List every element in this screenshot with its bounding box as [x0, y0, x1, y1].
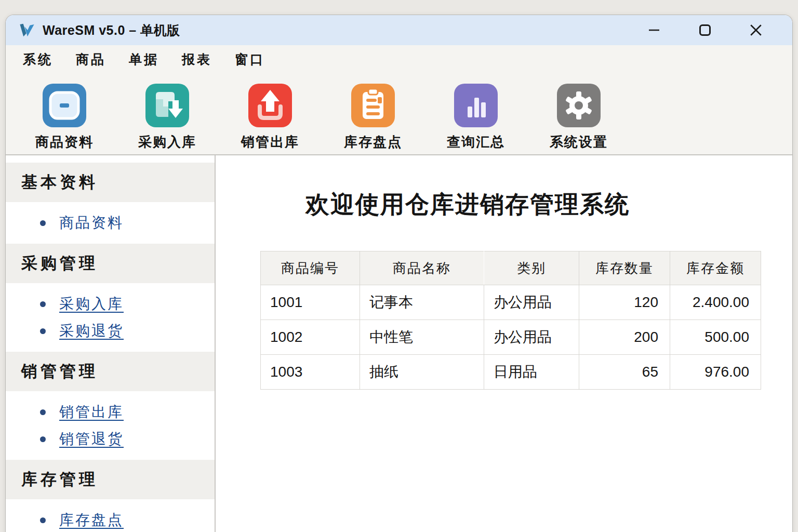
- sidebar-item-label: 库存盘点: [59, 510, 124, 530]
- maximize-button[interactable]: [695, 21, 715, 39]
- table-row: 1001 记事本 办公用品 120 2.400.00: [261, 285, 761, 320]
- sidebar-item-product-data[interactable]: 商品资料: [6, 209, 215, 236]
- window-title: WareSM v5.0 – 单机版: [43, 22, 180, 39]
- sidebar-group: 库存盘点: [6, 499, 215, 532]
- sidebar-section-sales: 销管管理: [6, 352, 215, 391]
- toolbar-label: 库存盘点: [344, 133, 402, 151]
- toolbar-product-data[interactable]: 商品资料: [20, 73, 109, 151]
- column-header-stock-qty: 库存数量: [579, 251, 670, 285]
- app-window: WareSM v5.0 – 单机版: [5, 15, 793, 532]
- toolbar-label: 采购入库: [138, 133, 196, 151]
- product-card-icon: [43, 84, 86, 127]
- bullet-icon: [40, 301, 46, 307]
- minimize-button[interactable]: [644, 21, 664, 39]
- cell-product-id: 1003: [261, 355, 360, 390]
- cell-stock-qty: 120: [579, 285, 670, 320]
- menu-bar: 系统 商品 单据 报表 窗口: [6, 45, 792, 73]
- sidebar-group: 采购入库 采购退货: [6, 283, 215, 352]
- toolbar-label: 查询汇总: [447, 133, 505, 151]
- upload-tray-icon: [248, 84, 292, 127]
- cell-product-name: 记事本: [360, 285, 484, 320]
- sidebar-item-sales-return[interactable]: 销管退货: [6, 425, 215, 453]
- cell-category: 办公用品: [484, 320, 579, 355]
- sidebar-item-label: 商品资料: [59, 213, 124, 233]
- sidebar-section-basic-data: 基本资料: [6, 163, 215, 202]
- main-panel: 欢迎使用仓库进销存管理系统 商品编号 商品名称 类别 库存数量 库存金额: [216, 155, 792, 532]
- window-controls: [644, 21, 792, 39]
- bullet-icon: [40, 220, 46, 226]
- cell-product-name: 抽纸: [360, 355, 484, 390]
- table-header-row: 商品编号 商品名称 类别 库存数量 库存金额: [261, 251, 761, 285]
- toolbar-system-settings[interactable]: 系统设置: [535, 73, 623, 151]
- sidebar: 基本资料 商品资料 采购管理 采购入库 采购退货: [6, 155, 216, 532]
- cell-product-id: 1002: [261, 320, 360, 355]
- bar-chart-icon: [454, 84, 498, 127]
- clipboard-icon: [351, 84, 395, 127]
- sidebar-item-stock-count[interactable]: 库存盘点: [6, 507, 215, 532]
- sidebar-item-label: 销管出库: [59, 402, 124, 422]
- menu-reports[interactable]: 报表: [182, 51, 212, 68]
- content-area: 基本资料 商品资料 采购管理 采购入库 采购退货: [6, 155, 792, 532]
- toolbar-query-summary[interactable]: 查询汇总: [432, 73, 520, 151]
- bullet-icon: [40, 517, 46, 523]
- sidebar-item-purchase-return[interactable]: 采购退货: [6, 317, 215, 344]
- toolbar-sales-outbound[interactable]: 销管出库: [226, 73, 314, 151]
- toolbar-label: 系统设置: [550, 133, 608, 151]
- cell-product-name: 中性笔: [360, 320, 484, 355]
- column-header-product-name: 商品名称: [360, 251, 484, 285]
- cell-stock-qty: 65: [579, 355, 670, 390]
- close-icon: [749, 23, 763, 37]
- box-inbound-icon: [145, 84, 189, 127]
- maximize-icon: [699, 24, 711, 36]
- menu-window[interactable]: 窗口: [235, 51, 265, 68]
- bullet-icon: [40, 409, 46, 415]
- column-header-category: 类别: [484, 251, 579, 285]
- minimize-icon: [648, 24, 660, 36]
- menu-product[interactable]: 商品: [76, 51, 106, 68]
- sidebar-group: 商品资料: [6, 202, 215, 244]
- sidebar-item-label: 销管退货: [59, 429, 124, 449]
- table-row: 1003 抽纸 日用品 65 976.00: [261, 355, 761, 390]
- cell-stock-qty: 200: [579, 320, 670, 355]
- cell-category: 办公用品: [484, 285, 579, 320]
- sidebar-section-inventory: 库存管理: [6, 460, 215, 499]
- menu-system[interactable]: 系统: [23, 51, 53, 68]
- cell-category: 日用品: [484, 355, 579, 390]
- bullet-icon: [40, 436, 46, 442]
- desktop-stage: WareSM v5.0 – 单机版: [0, 0, 798, 532]
- sidebar-section-purchase: 采购管理: [6, 244, 215, 283]
- sidebar-item-sales-outbound[interactable]: 销管出库: [6, 398, 215, 425]
- inventory-table: 商品编号 商品名称 类别 库存数量 库存金额 1001 记事本 办公用品 120: [260, 251, 761, 390]
- bullet-icon: [40, 328, 46, 334]
- column-header-product-id: 商品编号: [261, 251, 360, 285]
- toolbar-label: 商品资料: [35, 133, 94, 151]
- toolbar-purchase-inbound[interactable]: 采购入库: [123, 73, 211, 151]
- toolbar-label: 销管出库: [241, 133, 299, 151]
- title-bar: WareSM v5.0 – 单机版: [6, 15, 792, 45]
- close-button[interactable]: [746, 21, 766, 39]
- sidebar-item-purchase-inbound[interactable]: 采购入库: [6, 290, 215, 317]
- toolbar-stock-count[interactable]: 库存盘点: [329, 73, 417, 151]
- column-header-stock-amount: 库存金额: [670, 251, 761, 285]
- cell-stock-amount: 2.400.00: [670, 285, 761, 320]
- cell-product-id: 1001: [261, 285, 360, 320]
- sidebar-item-label: 采购退货: [59, 321, 124, 341]
- toolbar: 商品资料 采购入库: [6, 73, 792, 155]
- gear-icon: [557, 84, 601, 127]
- welcome-title: 欢迎使用仓库进销存管理系统: [264, 189, 671, 221]
- table-row: 1002 中性笔 办公用品 200 500.00: [261, 320, 761, 355]
- cell-stock-amount: 500.00: [670, 320, 761, 355]
- app-logo-icon: [18, 22, 36, 38]
- sidebar-item-label: 采购入库: [59, 294, 124, 314]
- sidebar-group: 销管出库 销管退货: [6, 391, 215, 460]
- menu-documents[interactable]: 单据: [129, 51, 159, 68]
- cell-stock-amount: 976.00: [670, 355, 761, 390]
